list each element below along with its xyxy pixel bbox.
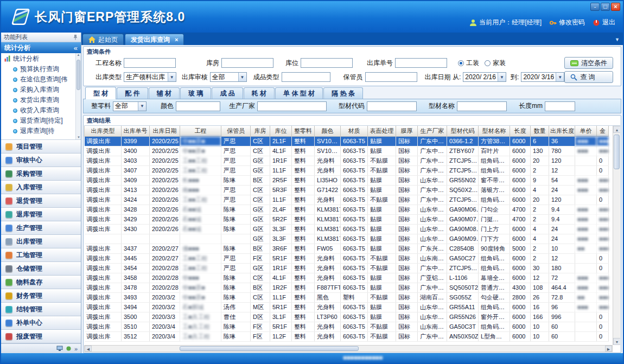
column-header[interactable]: 生产厂家 (418, 126, 447, 136)
scroll-down-icon[interactable]: ▼ (613, 338, 620, 345)
material-tab[interactable]: 耗 材 (244, 87, 275, 99)
sidebar-menu-item[interactable]: 补单中心 (1, 316, 81, 330)
table-row[interactable]: 调拨出库34372020/2/27佛■■■陈琳B区3R6F整料FW056063-… (85, 244, 609, 253)
scroll-right-icon[interactable]: ▶ (605, 346, 612, 352)
clear-conditions-button[interactable]: 清空条件 (564, 57, 613, 69)
sidebar-menu-item[interactable]: 结转管理 (1, 303, 81, 316)
manufacturer-input[interactable] (257, 101, 327, 111)
material-tab[interactable]: 单 体 型 材 (275, 87, 323, 99)
radio-gongzhuang[interactable]: 工装 (458, 59, 479, 68)
sidebar-menu-item[interactable]: 报废管理 (1, 330, 81, 343)
maximize-button[interactable]: □ (601, 3, 610, 11)
column-header[interactable]: 出库日期 (150, 126, 180, 136)
table-row[interactable]: 调拨出库34782020/2/28华■■原■陈琳B区1R2F整料F887TFT6… (85, 283, 609, 292)
order-no-input[interactable] (395, 58, 447, 68)
table-row[interactable]: 调拨出库34282020/2/26石■■城陈琳G区2L4F整料KLM381760… (85, 205, 609, 214)
vertical-scrollbar-thumb[interactable] (614, 135, 620, 169)
sidebar-menu-item[interactable]: 审核中心 (1, 154, 81, 167)
table-row[interactable]: 调拨出库34582020/2/28华■■■陈琳C区4L1F整料光身料6063-T… (85, 273, 609, 283)
column-header[interactable]: 金 (597, 126, 609, 136)
table-row[interactable]: 调拨出库33992020/2/25华■■原■严思C区2L1F整料SV10…606… (85, 136, 609, 146)
profile-name-input[interactable] (457, 101, 507, 111)
table-row[interactable]: 调拨出库34242020/2/26工■■工程严思C区1L1F整料光身料6063-… (85, 195, 609, 205)
column-header[interactable]: 出库单号 (122, 126, 150, 136)
warehouse-input[interactable] (221, 58, 273, 68)
sidebar-menu-item[interactable]: 生产管理 (1, 221, 81, 235)
change-password-button[interactable]: 修改密码 (549, 18, 585, 27)
table-row[interactable]: 调拨出库35122020/3/4工■共工程陈琳F区1L2F整料光身料6063-T… (85, 331, 609, 341)
chevron-down-icon[interactable]: ▼ (498, 73, 506, 81)
material-tab[interactable]: 辅 材 (149, 87, 180, 99)
column-header[interactable]: 数量 (531, 126, 549, 136)
sidebar-menu-item[interactable]: 工地管理 (1, 248, 81, 262)
tree-scrollbar[interactable]: ▲▼ (75, 53, 81, 139)
sidebar-tree-item[interactable]: 退货查询[待定] (1, 116, 81, 126)
sidebar-menu-item[interactable]: 项目管理 (1, 140, 81, 154)
whole-part-select[interactable]: 全部▼ (113, 101, 147, 111)
scroll-left-icon[interactable]: ◀ (85, 346, 92, 352)
table-row[interactable]: 调拨出库34132020/2/26南■■■严思C区5R3F整料G71422606… (85, 185, 609, 195)
sidebar-menu-item[interactable]: 入库管理 (1, 181, 81, 194)
minimize-button[interactable]: - (590, 3, 600, 11)
material-tab[interactable]: 型 材 (85, 87, 116, 99)
column-header[interactable]: 型材名称 (479, 126, 510, 136)
sidebar-menu-item[interactable]: 出库管理 (1, 235, 81, 248)
sidebar-tree-item[interactable]: 采购入库查询 (1, 85, 81, 95)
table-row[interactable]: 调拨出库34002020/2/25华■■原■严思C区4L1F整料SV10…606… (85, 146, 609, 156)
collapse-icon[interactable]: « (74, 44, 78, 52)
sidebar-tree-item[interactable]: 发货出库查询 (1, 95, 81, 105)
table-row[interactable]: 调拨出库34452020/2/27工■■工程严思F区5R1F整料光身料6063-… (85, 253, 609, 263)
column-header[interactable]: 出库类型 (85, 126, 122, 136)
column-header[interactable]: 材质 (341, 126, 368, 136)
tab-close-icon[interactable]: × (175, 37, 178, 42)
sidebar-menu-item[interactable]: 退货管理 (1, 194, 81, 208)
date-to-picker[interactable]: 2020/ 3/16▼ (521, 72, 564, 82)
material-tab[interactable]: 玻 璃 (180, 87, 211, 99)
product-type-input[interactable] (282, 72, 330, 82)
length-input[interactable] (545, 101, 575, 111)
sidebar-menu-item[interactable]: 物料盘存 (1, 276, 81, 289)
project-name-input[interactable] (124, 58, 176, 68)
sidebar-menu-item[interactable]: 退库管理 (1, 208, 81, 221)
table-row[interactable]: 调拨出库34092020/2/25长■■■陈琳B区2R5F整料LI35HO606… (85, 175, 609, 185)
sidebar-menu-item[interactable]: 仓储管理 (1, 262, 81, 276)
sidebar-menu-item[interactable]: 财务管理 (1, 289, 81, 303)
column-header[interactable]: 单价 (575, 126, 597, 136)
sidebar-group-header[interactable]: 统计分析 « (1, 42, 81, 53)
material-tab[interactable]: 隔 热 条 (323, 87, 363, 99)
column-header[interactable]: 库位 (270, 126, 292, 136)
audit-select[interactable]: 全部▼ (210, 72, 247, 82)
radio-gongzhuang-dot[interactable] (458, 60, 464, 66)
profile-code-input[interactable] (367, 101, 417, 111)
column-header[interactable]: 工程 (180, 126, 221, 136)
material-tab[interactable]: 成 品 (212, 87, 243, 99)
footer-more-button[interactable]: » (74, 346, 78, 352)
table-row[interactable]: 调拨出库34932020/3/2华■■原■陈琳C区1L1F整料黑色塑料不贴膜国标… (85, 292, 609, 302)
sidebar-menu-item[interactable]: 采购管理 (1, 167, 81, 181)
color-input[interactable] (176, 101, 220, 111)
column-header[interactable]: 出库长度 (549, 126, 575, 136)
table-row[interactable]: 调拨出库34032020/2/25工■■工程严思G区1R1F整料光身料6063-… (85, 156, 609, 165)
chevron-down-icon[interactable]: ▼ (238, 73, 246, 81)
tab-list-dropdown-icon[interactable]: ▼ (615, 37, 620, 42)
material-tab[interactable]: 配 件 (117, 87, 148, 99)
column-header[interactable]: 保管员 (221, 126, 251, 136)
sidebar-tree-item[interactable]: 收货入库查询 (1, 105, 81, 116)
table-row[interactable]: 调拨出库34942020/3/2石■辉城汤伟M区5R1F整料光身料6063-T5… (85, 302, 609, 312)
sidebar-tree-item[interactable]: 退库查询[待 (1, 126, 81, 136)
sidebar-tree-item[interactable]: 在途信息查询[伟 (1, 74, 81, 85)
keeper-input[interactable] (365, 72, 417, 82)
column-header[interactable]: 膜厚 (396, 126, 418, 136)
location-input[interactable] (301, 58, 353, 68)
radio-jiazhuang[interactable]: 家装 (485, 59, 506, 68)
column-header[interactable]: 长度 (510, 126, 531, 136)
monitor-icon[interactable] (56, 346, 63, 352)
chevron-down-icon[interactable]: ▼ (556, 73, 564, 81)
sidebar-tree-item[interactable]: 预算执行查询 (1, 64, 81, 74)
close-button[interactable]: × (611, 3, 620, 11)
table-row[interactable]: 调拨出库34542020/2/28工■■工程严思G区1R1F整料光身料6063-… (85, 263, 609, 273)
horizontal-scrollbar-thumb[interactable] (180, 346, 359, 351)
horizontal-scrollbar[interactable]: ◀ ▶ (84, 345, 613, 352)
table-row[interactable]: 调拨出库34072020/2/25工■■工程严思G区1L1F整料光身料6063-… (85, 165, 609, 175)
tab-start-page[interactable]: 起始页 (82, 34, 124, 45)
